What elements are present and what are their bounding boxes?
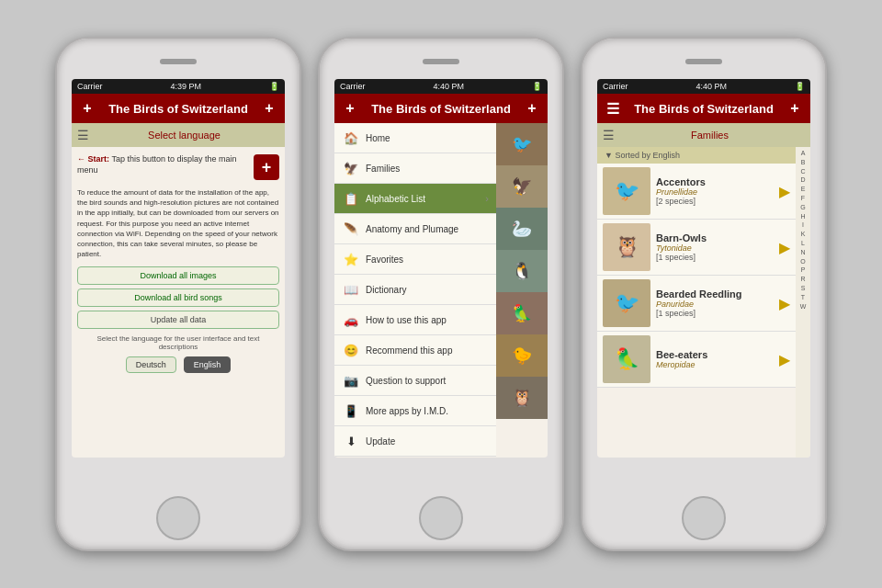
family-bird-image: 🦜 bbox=[603, 335, 650, 383]
alpha-letter[interactable]: A bbox=[801, 149, 806, 158]
alpha-letter[interactable]: C bbox=[800, 167, 805, 176]
bird-placeholder: 🐧 bbox=[496, 250, 548, 292]
bird-placeholder: 🦜 bbox=[496, 292, 548, 334]
family-info: Barn-Owls Tytonidae [1 species] bbox=[656, 232, 774, 262]
menu-item[interactable]: ⬇ Update bbox=[334, 426, 496, 457]
alpha-letter[interactable]: G bbox=[800, 203, 805, 212]
alpha-letter[interactable]: S bbox=[801, 284, 806, 293]
plus-button-1[interactable]: + bbox=[259, 100, 279, 117]
menu-item-icon: ⭐ bbox=[342, 250, 360, 268]
status-bar-2: Carrier 4:40 PM 🔋 bbox=[334, 79, 548, 94]
family-latin: Tytonidae bbox=[656, 243, 774, 253]
alpha-letter[interactable]: B bbox=[801, 158, 806, 167]
menu-item[interactable]: 📷 Question to support bbox=[334, 366, 496, 396]
menu-item[interactable]: 🪶 Anatomy and Plumage bbox=[334, 214, 496, 244]
alpha-letter[interactable]: P bbox=[801, 266, 806, 275]
menu-item-label: Anatomy and Plumage bbox=[366, 224, 489, 234]
status-bar-1: Carrier 4:39 PM 🔋 bbox=[72, 79, 285, 94]
menu-item[interactable]: 📋 Alphabetic List › bbox=[334, 184, 496, 214]
menu-item-icon: 🚗 bbox=[342, 311, 360, 329]
menu-item[interactable]: 📱 More apps by I.M.D. bbox=[334, 396, 496, 426]
download-images-button[interactable]: Download all images bbox=[77, 266, 279, 285]
bird-image: 🦢 bbox=[496, 208, 548, 250]
chevron-icon: › bbox=[485, 193, 489, 204]
menu-images-panel: 🐦🦅🦢🐧🦜🐤🦉 bbox=[496, 123, 548, 458]
bird-image: 🐤 bbox=[496, 334, 548, 377]
back-button-1[interactable]: + bbox=[77, 100, 97, 117]
screen-3: Carrier 4:40 PM 🔋 ☰ The Birds of Switzer… bbox=[597, 79, 810, 458]
menu-item[interactable]: 😊 Recommend this app bbox=[334, 335, 496, 366]
menu-item[interactable]: 📖 Dictionary bbox=[334, 275, 496, 305]
menu-list: 🏠 Home 🦅 Families 📋 Alphabetic List › 🪶 … bbox=[334, 123, 548, 458]
menu-icon-3[interactable]: ☰ bbox=[603, 128, 615, 142]
bird-placeholder: 🦉 bbox=[496, 377, 548, 419]
alpha-letter[interactable]: K bbox=[801, 230, 806, 239]
update-data-button[interactable]: Update all data bbox=[77, 311, 279, 329]
menu-item-label: More apps by I.M.D. bbox=[366, 406, 489, 416]
family-item[interactable]: 🦜 Bee-eaters Meropidae ▶ bbox=[597, 332, 796, 388]
menu-item-icon: 🦅 bbox=[342, 159, 360, 177]
battery-1: 🔋 bbox=[269, 82, 279, 91]
sort-label: ▼ Sorted by English bbox=[605, 151, 680, 160]
menu-item-icon: 📱 bbox=[342, 401, 360, 420]
alpha-letter[interactable]: T bbox=[801, 293, 805, 302]
battery-3: 🔋 bbox=[795, 82, 805, 91]
alpha-letter[interactable]: O bbox=[800, 257, 805, 266]
status-bar-3: Carrier 4:40 PM 🔋 bbox=[597, 79, 810, 94]
family-species: [2 species] bbox=[656, 197, 774, 206]
plus-button-3[interactable]: + bbox=[785, 100, 805, 117]
menu-item[interactable]: 🏠 Home bbox=[334, 123, 496, 153]
family-arrow-icon: ▶ bbox=[779, 239, 790, 256]
alpha-letter[interactable]: R bbox=[800, 275, 805, 284]
back-button-3[interactable]: ☰ bbox=[603, 100, 623, 118]
time-3: 4:40 PM bbox=[695, 82, 727, 91]
bird-placeholder: 🦢 bbox=[496, 208, 548, 250]
start-text: ← Start: Tap this button to display the … bbox=[77, 154, 250, 175]
bird-placeholder: 🦅 bbox=[496, 165, 548, 208]
family-name: Accentors bbox=[656, 176, 774, 187]
download-songs-button[interactable]: Download all bird songs bbox=[77, 288, 279, 307]
app-title-1: The Birds of Switzerland bbox=[97, 102, 259, 116]
time-1: 4:39 PM bbox=[170, 82, 201, 91]
description-text: To reduce the amount of data for the ins… bbox=[77, 187, 279, 259]
menu-item[interactable]: 🚗 How to use this app bbox=[334, 305, 496, 335]
family-item[interactable]: 🐦 Bearded Reedling Panuridae [1 species]… bbox=[597, 276, 796, 332]
family-info: Accentors Prunellidae [2 species] bbox=[656, 176, 774, 206]
menu-items-container: 🏠 Home 🦅 Families 📋 Alphabetic List › 🪶 … bbox=[334, 123, 496, 458]
menu-icon-1[interactable]: ☰ bbox=[77, 128, 89, 142]
lang-label: Select the language for the user interfa… bbox=[77, 334, 279, 351]
family-item[interactable]: 🐦 Accentors Prunellidae [2 species] ▶ bbox=[597, 164, 796, 220]
sub-header-1: ☰ Select language bbox=[72, 123, 285, 147]
alpha-letter[interactable]: H bbox=[800, 212, 805, 221]
deutsch-button[interactable]: Deutsch bbox=[126, 356, 176, 373]
alpha-letter[interactable]: D bbox=[800, 175, 805, 185]
family-latin: Panuridae bbox=[656, 300, 774, 309]
carrier-2: Carrier bbox=[340, 82, 366, 91]
title-bar-3: ☰ The Birds of Switzerland + bbox=[597, 94, 810, 123]
bird-image: 🐦 bbox=[496, 123, 548, 165]
family-item[interactable]: 🦉 Barn-Owls Tytonidae [1 species] ▶ bbox=[597, 220, 796, 276]
alpha-letter[interactable]: W bbox=[800, 302, 807, 311]
menu-item-icon: 😊 bbox=[342, 341, 360, 359]
menu-item-label: How to use this app bbox=[366, 315, 489, 325]
alpha-letter[interactable]: E bbox=[801, 185, 806, 194]
family-arrow-icon: ▶ bbox=[779, 351, 790, 368]
menu-item[interactable]: 🦅 Families bbox=[334, 153, 496, 184]
plus-button-2[interactable]: + bbox=[522, 100, 542, 117]
bird-placeholder: 🐤 bbox=[496, 334, 548, 377]
bird-image: 🦉 bbox=[496, 377, 548, 419]
menu-item-label: Recommend this app bbox=[366, 345, 489, 356]
back-button-2[interactable]: + bbox=[340, 100, 360, 117]
alpha-letter[interactable]: N bbox=[800, 248, 805, 257]
alpha-letter[interactable]: I bbox=[802, 220, 804, 230]
time-2: 4:40 PM bbox=[433, 82, 464, 91]
english-button[interactable]: English bbox=[184, 356, 232, 373]
menu-item-label: Families bbox=[366, 164, 489, 174]
phone-1: Carrier 4:39 PM 🔋 + The Birds of Switzer… bbox=[55, 37, 301, 551]
start-plus-button[interactable]: + bbox=[254, 154, 279, 180]
phone-2: Carrier 4:40 PM 🔋 + The Birds of Switzer… bbox=[318, 37, 564, 551]
menu-item[interactable]: ⭐ Favorites bbox=[334, 244, 496, 275]
sort-header[interactable]: ▼ Sorted by English bbox=[597, 147, 796, 164]
alpha-letter[interactable]: L bbox=[801, 239, 805, 248]
alpha-letter[interactable]: F bbox=[801, 194, 805, 203]
